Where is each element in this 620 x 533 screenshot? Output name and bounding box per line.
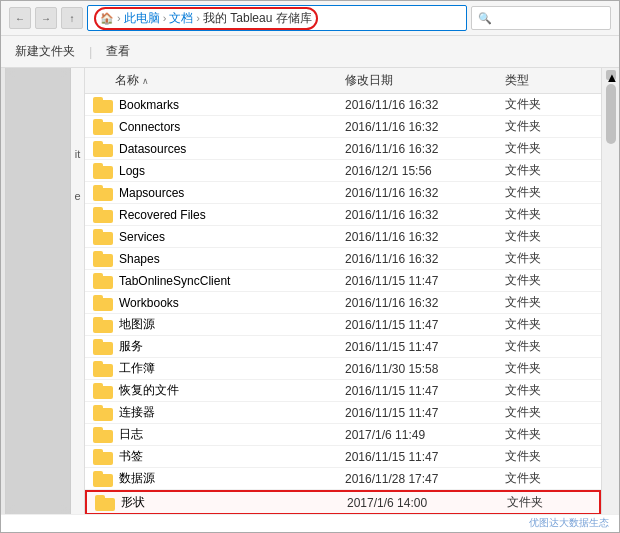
file-date: 2016/11/28 17:47 (345, 472, 505, 486)
table-row[interactable]: 服务2016/11/15 11:47文件夹 (85, 336, 601, 358)
home-icon: 🏠 (100, 12, 114, 25)
status-bar: 优图达大数据生态 (1, 514, 619, 532)
table-row[interactable]: TabOnlineSyncClient2016/11/15 11:47文件夹 (85, 270, 601, 292)
file-date: 2016/12/1 15:56 (345, 164, 505, 178)
left-labels: it e (71, 68, 85, 514)
table-row[interactable]: Mapsources2016/11/16 16:32文件夹 (85, 182, 601, 204)
file-type: 文件夹 (505, 140, 585, 157)
label-it: it (75, 148, 81, 160)
breadcrumb-path: 🏠 › 此电脑 › 文档 › 我的 Tableau 存储库 (94, 7, 318, 30)
table-row[interactable]: 数据源2016/11/28 17:47文件夹 (85, 468, 601, 490)
file-date: 2016/11/15 11:47 (345, 384, 505, 398)
scroll-thumb[interactable] (606, 84, 616, 144)
watermark: 优图达大数据生态 (529, 516, 609, 530)
col-date-header[interactable]: 修改日期 (345, 72, 505, 89)
table-row[interactable]: 形状2017/1/6 14:00文件夹 (85, 490, 601, 514)
file-name-cell: 工作簿 (85, 360, 345, 377)
file-type: 文件夹 (505, 272, 585, 289)
file-type: 文件夹 (505, 404, 585, 421)
file-type: 文件夹 (505, 448, 585, 465)
table-row[interactable]: Services2016/11/16 16:32文件夹 (85, 226, 601, 248)
table-row[interactable]: Logs2016/12/1 15:56文件夹 (85, 160, 601, 182)
table-row[interactable]: 日志2017/1/6 11:49文件夹 (85, 424, 601, 446)
file-name: Logs (119, 164, 145, 178)
file-name-cell: Connectors (85, 119, 345, 135)
file-name: 数据源 (119, 470, 155, 487)
file-name: Recovered Files (119, 208, 206, 222)
file-name: 书签 (119, 448, 143, 465)
file-type: 文件夹 (505, 184, 585, 201)
folder-icon (93, 251, 113, 267)
file-name-cell: Bookmarks (85, 97, 345, 113)
file-rows-container: Bookmarks2016/11/16 16:32文件夹Connectors20… (85, 94, 601, 514)
file-date: 2017/1/6 11:49 (345, 428, 505, 442)
folder-icon (95, 495, 115, 511)
file-type: 文件夹 (505, 206, 585, 223)
folder-icon (93, 119, 113, 135)
table-row[interactable]: Shapes2016/11/16 16:32文件夹 (85, 248, 601, 270)
file-date: 2016/11/16 16:32 (345, 208, 505, 222)
breadcrumb-home: 🏠 (100, 12, 114, 25)
file-name-cell: Mapsources (85, 185, 345, 201)
toolbar: 新建文件夹 | 查看 (1, 36, 619, 68)
table-row[interactable]: 书签2016/11/15 11:47文件夹 (85, 446, 601, 468)
breadcrumb-tableau[interactable]: 我的 Tableau 存储库 (203, 10, 312, 27)
file-name: Datasources (119, 142, 186, 156)
view-button[interactable]: 查看 (100, 41, 136, 62)
file-name-cell: Services (85, 229, 345, 245)
table-row[interactable]: 恢复的文件2016/11/15 11:47文件夹 (85, 380, 601, 402)
search-icon: 🔍 (478, 12, 492, 25)
folder-icon (93, 185, 113, 201)
file-date: 2016/11/16 16:32 (345, 98, 505, 112)
file-type: 文件夹 (505, 382, 585, 399)
file-type: 文件夹 (505, 96, 585, 113)
col-type-header[interactable]: 类型 (505, 72, 585, 89)
content-area: it e 名称 ∧ 修改日期 类型 Bookmarks2016/11/16 16… (1, 68, 619, 514)
file-name: 恢复的文件 (119, 382, 179, 399)
file-name: TabOnlineSyncClient (119, 274, 230, 288)
label-e: e (74, 190, 80, 202)
col-name-header[interactable]: 名称 ∧ (85, 72, 345, 89)
file-name: 工作簿 (119, 360, 155, 377)
file-name: Services (119, 230, 165, 244)
scroll-up[interactable]: ▲ (606, 70, 616, 80)
file-type: 文件夹 (505, 316, 585, 333)
file-name: 地图源 (119, 316, 155, 333)
file-name: 连接器 (119, 404, 155, 421)
file-name-cell: 书签 (85, 448, 345, 465)
table-row[interactable]: Workbooks2016/11/16 16:32文件夹 (85, 292, 601, 314)
file-date: 2016/11/15 11:47 (345, 318, 505, 332)
breadcrumb-pc[interactable]: 此电脑 (124, 10, 160, 27)
table-row[interactable]: 地图源2016/11/15 11:47文件夹 (85, 314, 601, 336)
folder-icon (93, 405, 113, 421)
file-name-cell: Shapes (85, 251, 345, 267)
nav-pane (6, 68, 71, 514)
search-box[interactable]: 🔍 (471, 6, 611, 30)
scrollbar[interactable]: ▲ (601, 68, 619, 514)
file-type: 文件夹 (505, 250, 585, 267)
up-button[interactable]: ↑ (61, 7, 83, 29)
breadcrumb-docs[interactable]: 文档 (169, 10, 193, 27)
breadcrumb-bar[interactable]: 🏠 › 此电脑 › 文档 › 我的 Tableau 存储库 (87, 5, 467, 31)
new-folder-button[interactable]: 新建文件夹 (9, 41, 81, 62)
folder-icon (93, 361, 113, 377)
table-row[interactable]: Recovered Files2016/11/16 16:32文件夹 (85, 204, 601, 226)
table-row[interactable]: 工作簿2016/11/30 15:58文件夹 (85, 358, 601, 380)
file-list[interactable]: 名称 ∧ 修改日期 类型 Bookmarks2016/11/16 16:32文件… (85, 68, 601, 514)
file-name: Connectors (119, 120, 180, 134)
table-row[interactable]: Connectors2016/11/16 16:32文件夹 (85, 116, 601, 138)
folder-icon (93, 317, 113, 333)
file-type: 文件夹 (505, 470, 585, 487)
file-date: 2016/11/15 11:47 (345, 406, 505, 420)
folder-icon (93, 383, 113, 399)
back-button[interactable]: ← (9, 7, 31, 29)
file-name: 形状 (121, 494, 145, 511)
file-name-cell: 连接器 (85, 404, 345, 421)
folder-icon (93, 427, 113, 443)
column-headers: 名称 ∧ 修改日期 类型 (85, 68, 601, 94)
table-row[interactable]: 连接器2016/11/15 11:47文件夹 (85, 402, 601, 424)
table-row[interactable]: Datasources2016/11/16 16:32文件夹 (85, 138, 601, 160)
folder-icon (93, 273, 113, 289)
table-row[interactable]: Bookmarks2016/11/16 16:32文件夹 (85, 94, 601, 116)
forward-button[interactable]: → (35, 7, 57, 29)
